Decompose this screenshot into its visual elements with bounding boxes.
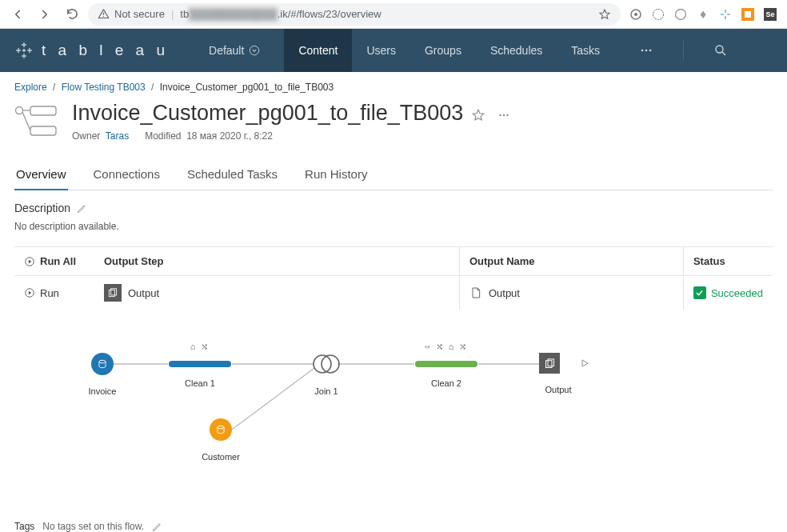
node-join1[interactable]: Join 1 <box>294 353 358 396</box>
breadcrumb-explore[interactable]: Explore <box>14 82 47 93</box>
ext-icon-1[interactable] <box>629 7 643 22</box>
ext-icon-3[interactable] <box>673 7 688 22</box>
node-customer[interactable]: Customer <box>189 418 253 462</box>
flow-thumbnail-icon <box>14 102 61 138</box>
warning-icon <box>98 8 110 20</box>
nav-tasks[interactable]: Tasks <box>557 29 614 72</box>
col-output-step: Output Step <box>94 247 459 276</box>
tableau-logo-icon <box>14 41 34 60</box>
svg-point-20 <box>716 46 723 53</box>
node-clean2[interactable]: ⎃ ⤭ ⌂ ⤭ Clean 2 <box>414 342 478 388</box>
node-invoice[interactable]: Invoice <box>70 353 134 396</box>
datasource-icon <box>215 424 226 435</box>
nav-more[interactable] <box>630 42 662 58</box>
owner-label: Owner <box>72 130 100 142</box>
site-picker[interactable]: Default <box>209 44 260 57</box>
ext-icon-4[interactable]: ♦ <box>696 7 710 22</box>
ext-icon-7[interactable]: Se <box>763 7 777 22</box>
svg-point-16 <box>250 46 259 54</box>
svg-point-19 <box>649 50 652 52</box>
svg-point-22 <box>16 107 23 114</box>
reload-button[interactable] <box>61 3 83 26</box>
tab-connections[interactable]: Connections <box>92 167 162 190</box>
breadcrumb-project[interactable]: Flow Testing TB003 <box>62 82 146 93</box>
ext-icon-6[interactable] <box>741 7 755 22</box>
output-table: Run All Output Step Output Name Status R… <box>14 246 773 310</box>
logo-text: t a b l e a u <box>42 42 169 59</box>
svg-point-4 <box>653 9 664 19</box>
nav-users[interactable]: Users <box>352 29 410 72</box>
browser-toolbar: Not secure | tb████████████.ik/#/flows/2… <box>0 0 787 29</box>
svg-rect-25 <box>30 126 56 135</box>
nav-groups[interactable]: Groups <box>410 29 476 72</box>
datasource-icon <box>97 358 108 370</box>
svg-rect-23 <box>30 106 56 115</box>
check-icon <box>693 286 706 299</box>
back-button[interactable] <box>6 3 29 26</box>
bookmark-star-icon[interactable] <box>598 8 611 21</box>
col-output-name: Output Name <box>459 247 683 276</box>
output-name-cell[interactable]: Output <box>469 286 673 300</box>
chevron-down-icon <box>249 45 260 56</box>
tags-label: Tags <box>14 521 34 532</box>
output-step-icon <box>104 284 122 302</box>
content-area: Explore / Flow Testing TB003 / Invoice_C… <box>0 72 787 532</box>
edit-tags-icon[interactable] <box>152 522 162 532</box>
svg-rect-32 <box>111 289 117 295</box>
run-button[interactable]: Run <box>24 287 85 299</box>
output-node-icon <box>539 353 560 374</box>
description-label: Description <box>14 202 70 214</box>
extension-icons: ♦ Se <box>625 7 781 22</box>
play-outline-icon[interactable] <box>579 358 590 369</box>
svg-rect-31 <box>109 290 114 297</box>
svg-point-3 <box>634 13 637 16</box>
tableau-logo[interactable]: t a b l e a u <box>14 41 169 60</box>
svg-point-38 <box>99 360 106 363</box>
ext-icon-2[interactable] <box>651 7 665 22</box>
tabs: Overview Connections Scheduled Tasks Run… <box>14 167 773 190</box>
output-step-cell[interactable]: Output <box>104 284 449 302</box>
svg-point-5 <box>676 9 686 19</box>
nav-schedules[interactable]: Schedules <box>476 29 557 72</box>
favorite-star-icon[interactable] <box>471 108 485 122</box>
more-actions-icon[interactable] <box>497 108 511 122</box>
node-output[interactable]: Output <box>526 353 590 394</box>
svg-point-17 <box>641 50 644 52</box>
search-button[interactable] <box>705 43 737 58</box>
svg-point-27 <box>503 114 505 115</box>
nav-content[interactable]: Content <box>284 29 352 72</box>
forward-button[interactable] <box>34 3 56 26</box>
table-row: Run Output Output <box>14 276 773 310</box>
ext-icon-5[interactable] <box>718 7 733 22</box>
run-all-button[interactable]: Run All <box>24 255 85 267</box>
svg-point-40 <box>322 355 339 373</box>
tab-scheduled-tasks[interactable]: Scheduled Tasks <box>186 167 279 190</box>
site-name: Default <box>209 44 244 57</box>
owner-link[interactable]: Taras <box>106 130 129 142</box>
description-text: No description available. <box>14 221 773 232</box>
file-icon <box>469 286 482 300</box>
address-bar[interactable]: Not secure | tb████████████.ik/#/flows/2… <box>88 3 621 26</box>
play-icon <box>24 287 35 298</box>
tab-run-history[interactable]: Run History <box>303 167 369 190</box>
breadcrumb: Explore / Flow Testing TB003 / Invoice_C… <box>14 82 773 93</box>
node-clean1[interactable]: ⌂ ⤭ Clean 1 <box>168 342 232 388</box>
join-icon <box>310 353 342 375</box>
security-indicator[interactable]: Not secure <box>98 8 165 20</box>
svg-point-39 <box>314 355 331 373</box>
modified-label: Modified <box>145 130 181 142</box>
svg-point-26 <box>500 114 501 115</box>
svg-point-28 <box>507 114 509 115</box>
status-badge: Succeeded <box>693 286 763 299</box>
svg-point-18 <box>645 50 648 52</box>
not-secure-label: Not secure <box>114 8 165 20</box>
svg-rect-42 <box>548 358 554 366</box>
svg-line-21 <box>722 52 725 55</box>
edit-description-icon[interactable] <box>77 203 87 214</box>
tab-overview[interactable]: Overview <box>14 167 68 190</box>
url-text: tb████████████.ik/#/flows/23/overview <box>180 8 592 20</box>
main-nav: Content Users Groups Schedules Tasks <box>284 29 614 72</box>
app-header: t a b l e a u Default Content Users Grou… <box>0 29 787 72</box>
search-icon <box>713 43 728 58</box>
modified-value: 18 мая 2020 г., 8:22 <box>186 130 273 142</box>
